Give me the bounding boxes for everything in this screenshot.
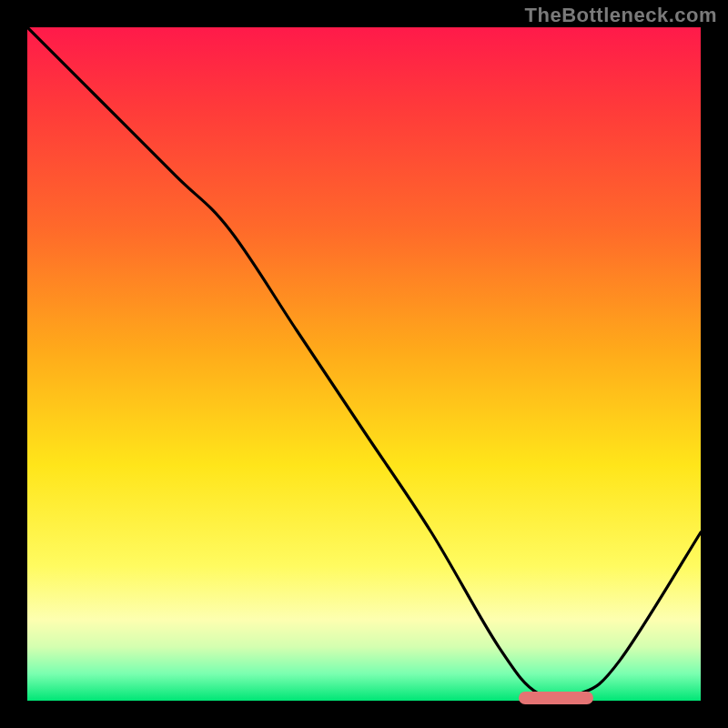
plot-area [27,27,701,701]
curve-svg [27,27,701,701]
optimal-range-marker [519,692,592,704]
bottleneck-curve [27,27,701,700]
chart-container: TheBottleneck.com [0,0,728,728]
watermark-text: TheBottleneck.com [525,4,717,27]
